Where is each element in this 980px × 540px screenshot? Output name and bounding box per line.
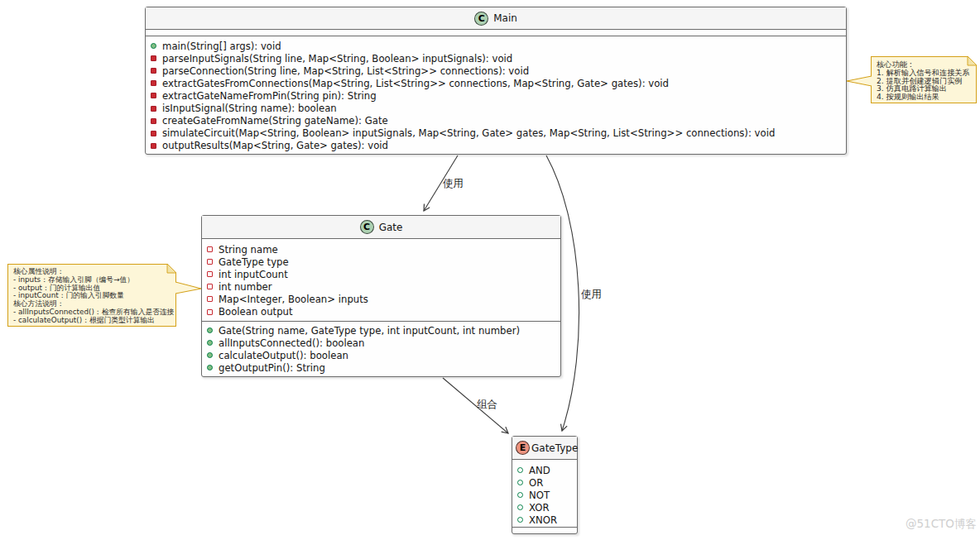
edge-label-gate-gatetype: 组合 — [477, 398, 497, 412]
class-stereotype-icon: C — [474, 12, 488, 26]
method-signature: Gate(String name, GateType type, int inp… — [219, 325, 520, 337]
method-row: main(String[] args): void — [146, 40, 846, 52]
enum-gatetype-name: GateType — [531, 442, 578, 454]
visibility-icon — [517, 504, 523, 510]
visibility-icon — [207, 296, 213, 302]
class-main-methods: main(String[] args): void parseInputSign… — [146, 36, 846, 152]
class-main-title: C Main — [146, 7, 846, 30]
visibility-icon — [207, 309, 213, 315]
class-gate-fields: String name GateType type int inputCount… — [202, 239, 560, 322]
method-signature: createGateFromName(String gateName): Gat… — [162, 115, 388, 127]
arrow-gate-to-gatetype — [443, 378, 508, 433]
note-gate-attributes: 核心属性说明： - inputs：存储输入引脚（编号→值） - output：门… — [7, 264, 176, 327]
visibility-icon — [207, 327, 213, 333]
visibility-icon — [517, 480, 523, 485]
class-main-name: Main — [493, 12, 517, 24]
field-row: int inputCount — [202, 268, 560, 280]
field-row: Boolean output — [202, 305, 560, 318]
method-row: calculateOutput(): boolean — [202, 349, 560, 361]
enum-value: NOT — [529, 490, 550, 501]
visibility-icon — [207, 365, 213, 370]
field-row: Map<Integer, Boolean> inputs — [202, 293, 560, 305]
field-declaration: Map<Integer, Boolean> inputs — [219, 294, 368, 305]
visibility-icon — [151, 106, 156, 112]
enum-value-row: AND — [512, 464, 577, 476]
method-row: allInputsConnected(): boolean — [202, 337, 560, 349]
class-stereotype-icon: C — [360, 220, 374, 234]
uml-diagram-canvas: C Main main(String[] args): void parseIn… — [0, 0, 980, 540]
visibility-icon — [151, 143, 156, 149]
visibility-icon — [207, 284, 213, 289]
class-box-gate: C Gate String name GateType type int inp… — [201, 215, 561, 377]
method-signature: allInputsConnected(): boolean — [219, 337, 364, 349]
class-gate-title: C Gate — [202, 216, 560, 239]
method-row: extractGatesFromConnections(Map<String, … — [146, 77, 846, 89]
visibility-icon — [151, 93, 156, 98]
method-row: simulateCircuit(Map<String, Boolean> inp… — [146, 127, 846, 140]
field-row: String name — [202, 243, 560, 256]
visibility-icon — [151, 118, 156, 124]
watermark: @51CTO博客 — [906, 517, 977, 532]
enum-value: OR — [529, 477, 543, 489]
note-main-functions: 核心功能： 1. 解析输入信号和连接关系 2. 提取并创建逻辑门实例 3. 仿真… — [871, 56, 977, 103]
edge-label-main-gate: 使用 — [443, 177, 464, 191]
note-line: - calculateOutput()：根据门类型计算输出 — [13, 317, 171, 325]
method-row: createGateFromName(String gateName): Gat… — [146, 115, 846, 127]
enum-stereotype-icon: E — [516, 441, 530, 455]
method-signature: extractGatesFromConnections(Map<String, … — [162, 78, 669, 89]
field-declaration: int number — [219, 281, 272, 293]
visibility-icon — [151, 131, 156, 136]
enum-gatetype-title: E GateType — [512, 437, 577, 460]
enum-value: XOR — [529, 502, 550, 514]
method-row: parseConnection(String line, Map<String,… — [146, 65, 846, 77]
enum-gatetype-methods-empty — [512, 528, 577, 534]
note-tail-main — [847, 76, 872, 86]
enum-value-row: XOR — [512, 501, 577, 514]
visibility-icon — [517, 517, 523, 523]
field-declaration: GateType type — [219, 256, 289, 268]
field-declaration: String name — [219, 244, 278, 256]
method-signature: isInputSignal(String name): boolean — [162, 103, 337, 114]
enum-value: XNOR — [529, 514, 557, 526]
class-gate-name: Gate — [379, 222, 403, 233]
class-box-main: C Main main(String[] args): void parseIn… — [145, 7, 847, 155]
method-signature: outputResults(Map<String, Gate> gates): … — [162, 140, 388, 151]
note-tail-gate — [175, 282, 201, 294]
field-declaration: int inputCount — [219, 269, 288, 280]
visibility-icon — [207, 340, 213, 346]
visibility-icon — [207, 271, 213, 277]
field-row: int number — [202, 280, 560, 293]
visibility-icon — [207, 352, 213, 358]
visibility-icon — [151, 55, 156, 61]
visibility-icon — [207, 259, 213, 265]
method-row: parseInputSignals(String line, Map<Strin… — [146, 52, 846, 65]
visibility-icon — [517, 492, 523, 498]
field-row: GateType type — [202, 256, 560, 268]
enum-box-gatetype: E GateType AND OR NOT — [512, 436, 578, 534]
enum-value-row: XNOR — [512, 514, 577, 526]
visibility-icon — [517, 467, 523, 473]
enum-value-row: OR — [512, 476, 577, 489]
class-main-fields-empty — [146, 30, 846, 36]
method-signature: main(String[] args): void — [162, 41, 281, 52]
field-declaration: Boolean output — [219, 306, 293, 318]
note-line: 4. 按规则输出结果 — [877, 93, 971, 101]
method-row: outputResults(Map<String, Gate> gates): … — [146, 140, 846, 152]
enum-gatetype-values: AND OR NOT XOR X — [512, 460, 577, 528]
method-row: isInputSignal(String name): boolean — [146, 102, 846, 114]
visibility-icon — [207, 246, 213, 252]
method-signature: extractGateNameFromPin(String pin): Stri… — [162, 90, 377, 102]
enum-value: AND — [529, 465, 550, 476]
method-row: extractGateNameFromPin(String pin): Stri… — [146, 89, 846, 102]
visibility-icon — [151, 80, 156, 86]
edge-label-main-gatetype: 使用 — [581, 288, 602, 302]
method-signature: parseConnection(String line, Map<String,… — [162, 65, 529, 77]
method-signature: getOutputPin(): String — [219, 362, 325, 374]
method-signature: simulateCircuit(Map<String, Boolean> inp… — [162, 127, 775, 139]
method-row: Gate(String name, GateType type, int inp… — [202, 324, 560, 337]
visibility-icon — [151, 43, 156, 49]
class-gate-methods: Gate(String name, GateType type, int inp… — [202, 322, 560, 374]
method-row: getOutputPin(): String — [202, 361, 560, 374]
method-signature: parseInputSignals(String line, Map<Strin… — [162, 53, 512, 65]
method-signature: calculateOutput(): boolean — [219, 350, 348, 361]
